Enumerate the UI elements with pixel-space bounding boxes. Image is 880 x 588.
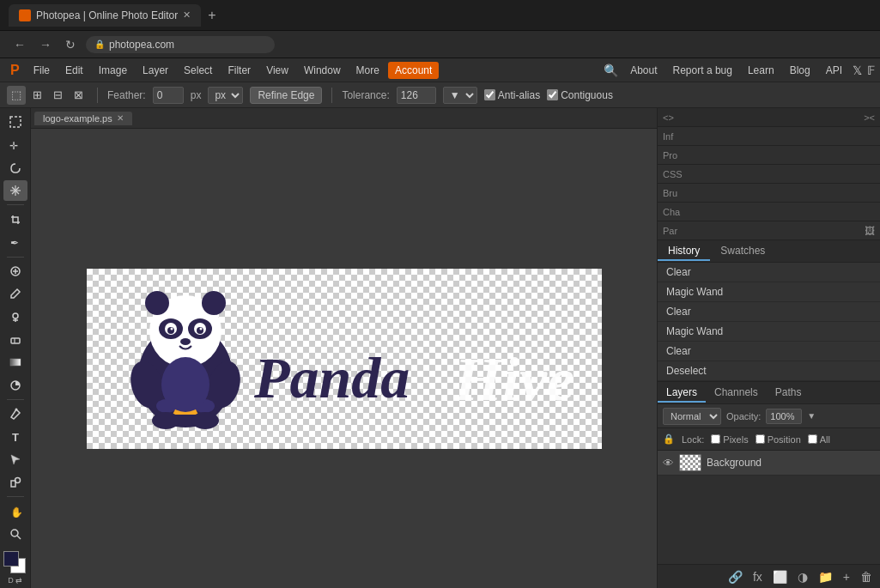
menu-blog[interactable]: Blog — [785, 62, 816, 79]
reload-button[interactable]: ↻ — [60, 36, 81, 53]
tab-paths[interactable]: Paths — [767, 384, 810, 403]
lock-all-label[interactable]: All — [808, 434, 830, 445]
tab-layers[interactable]: Layers — [658, 384, 706, 403]
tolerance-input[interactable] — [397, 87, 436, 104]
menu-layer[interactable]: Layer — [136, 62, 175, 79]
menu-edit[interactable]: Edit — [58, 62, 90, 79]
lock-all-checkbox[interactable] — [808, 434, 817, 444]
tool-move[interactable]: ✛ — [3, 135, 27, 156]
layer-new-button[interactable]: + — [841, 568, 853, 585]
switch-colors-label[interactable]: ⇄ — [15, 576, 22, 585]
opacity-arrow[interactable]: ▼ — [807, 411, 816, 421]
tool-lasso[interactable] — [3, 157, 27, 179]
select-mode-add[interactable]: ⊞ — [27, 86, 46, 105]
browser-tab[interactable]: Photopea | Online Photo Editor ✕ — [9, 4, 201, 27]
tool-healing[interactable] — [3, 260, 27, 282]
menu-about[interactable]: About — [625, 62, 662, 79]
tab-history[interactable]: History — [658, 242, 710, 261]
feather-input[interactable] — [153, 87, 184, 104]
panel-collapse-right[interactable]: >< — [864, 112, 875, 123]
select-mode-intersect[interactable]: ⊠ — [69, 86, 88, 105]
anti-alias-checkbox-label[interactable]: Anti-alias — [484, 89, 540, 101]
blend-mode-select[interactable]: Normal Multiply Screen — [663, 408, 721, 425]
select-mode-new[interactable]: ⬚ — [7, 86, 26, 105]
layers-bottom-bar: 🔗 fx ⬜ ◑ 📁 + 🗑 — [658, 564, 880, 588]
history-item-4[interactable]: Clear — [658, 342, 880, 361]
history-item-3[interactable]: Magic Wand — [658, 322, 880, 342]
menu-account[interactable]: Account — [388, 62, 439, 79]
canvas-tab-close[interactable]: ✕ — [117, 113, 124, 123]
tool-hand[interactable]: ✋ — [3, 500, 27, 522]
tool-stamp[interactable] — [3, 306, 27, 328]
menu-file[interactable]: File — [27, 62, 57, 79]
contiguous-checkbox-label[interactable]: Contiguous — [547, 89, 613, 101]
new-tab-button[interactable]: + — [208, 8, 215, 23]
tolerance-dropdown[interactable]: ▼ — [443, 87, 477, 104]
menu-learn[interactable]: Learn — [743, 62, 780, 79]
tool-pen[interactable] — [3, 403, 27, 425]
layer-mask-button[interactable]: ⬜ — [770, 568, 790, 585]
lock-position-checkbox[interactable] — [756, 434, 765, 444]
menu-select[interactable]: Select — [177, 62, 219, 79]
layer-group-button[interactable]: 📁 — [816, 568, 835, 585]
tool-crop[interactable] — [3, 209, 27, 230]
history-item-2[interactable]: Clear — [658, 302, 880, 322]
menu-report-bug[interactable]: Report a bug — [668, 62, 737, 79]
contiguous-checkbox[interactable] — [547, 89, 558, 100]
history-item-5[interactable]: Deselect — [658, 361, 880, 381]
layer-adjustment-button[interactable]: ◑ — [795, 568, 810, 585]
layer-link-button[interactable]: 🔗 — [725, 568, 745, 585]
tool-brush[interactable] — [3, 283, 27, 305]
canvas-wrapper[interactable]: Panda Hive — [31, 129, 657, 588]
tool-dodge[interactable] — [3, 374, 27, 396]
layer-effects-button[interactable]: fx — [750, 568, 765, 585]
facebook-icon[interactable]: 𝔽 — [867, 64, 875, 77]
opacity-input[interactable] — [766, 409, 802, 424]
select-mode-buttons: ⬚ ⊞ ⊟ ⊠ — [7, 86, 88, 105]
refine-edge-button[interactable]: Refine Edge — [250, 87, 322, 104]
tab-close-button[interactable]: ✕ — [183, 9, 191, 21]
tab-swatches[interactable]: Swatches — [710, 242, 775, 261]
color-swatches[interactable] — [3, 551, 27, 573]
history-item-0[interactable]: Clear — [658, 263, 880, 282]
tool-zoom[interactable] — [3, 524, 27, 545]
tab-channels[interactable]: Channels — [706, 384, 767, 403]
tool-shape[interactable] — [3, 472, 27, 494]
search-button[interactable]: 🔍 — [602, 62, 620, 79]
feather-unit-select[interactable]: px — [208, 87, 243, 104]
layer-visibility-icon[interactable]: 👁 — [663, 457, 674, 470]
tool-separator-2 — [7, 257, 24, 258]
menu-image[interactable]: Image — [92, 62, 134, 79]
layer-background[interactable]: 👁 Background — [658, 451, 880, 476]
history-item-1[interactable]: Magic Wand — [658, 282, 880, 302]
back-button[interactable]: ← — [9, 36, 31, 53]
lock-pixels-checkbox[interactable] — [711, 434, 720, 444]
menu-window[interactable]: Window — [297, 62, 348, 79]
default-colors-label[interactable]: D — [8, 576, 14, 585]
anti-alias-checkbox[interactable] — [484, 89, 495, 100]
menu-api[interactable]: API — [821, 62, 847, 79]
twitter-icon[interactable]: 𝕏 — [853, 64, 862, 77]
address-bar[interactable]: 🔒 photopea.com — [86, 36, 275, 53]
toolbar-separator-2 — [331, 88, 332, 103]
layer-delete-button[interactable]: 🗑 — [858, 568, 875, 585]
tool-text[interactable]: T — [3, 427, 27, 448]
menu-more[interactable]: More — [349, 62, 386, 79]
tool-path-select[interactable] — [3, 449, 27, 470]
lock-position-label[interactable]: Position — [756, 434, 801, 445]
svg-point-27 — [202, 291, 226, 315]
forward-button[interactable]: → — [34, 36, 57, 53]
lock-pixels-label[interactable]: Pixels — [711, 434, 748, 445]
tool-marquee[interactable] — [3, 112, 27, 133]
panel-collapse-left[interactable]: <> — [663, 112, 674, 123]
tool-eyedropper[interactable]: ✒ — [3, 232, 27, 253]
tool-magic-wand[interactable] — [3, 180, 27, 202]
tool-eraser[interactable] — [3, 329, 27, 350]
select-mode-subtract[interactable]: ⊟ — [48, 86, 67, 105]
canvas-tab[interactable]: logo-example.ps ✕ — [34, 112, 132, 125]
canvas-image[interactable]: Panda Hive — [87, 269, 602, 449]
menu-view[interactable]: View — [259, 62, 295, 79]
menu-filter[interactable]: Filter — [221, 62, 258, 79]
tool-gradient[interactable] — [3, 352, 27, 373]
foreground-color[interactable] — [3, 551, 19, 567]
